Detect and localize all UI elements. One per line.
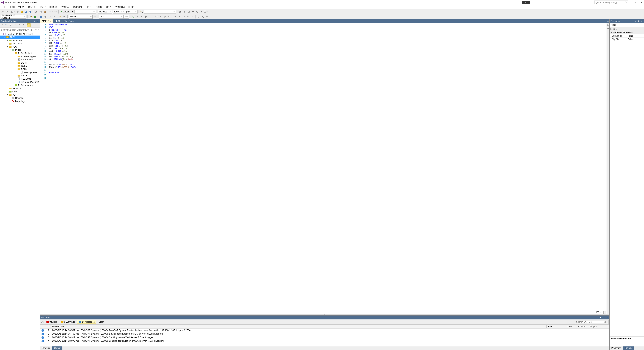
tree-item[interactable]: Devices (0, 96, 40, 99)
pin-icon[interactable] (637, 20, 640, 22)
tree-item[interactable]: MOTION (0, 42, 40, 45)
errors-filter[interactable]: ✕0 Errors (45, 320, 59, 324)
tree-item[interactable]: PlcTask (PlcTask) (0, 80, 40, 84)
tc-freerun[interactable] (48, 15, 52, 19)
step-return[interactable] (163, 15, 167, 19)
menu-window[interactable]: WINDOW (114, 6, 126, 9)
panel-dropdown-icon[interactable]: ▾ (634, 20, 636, 22)
save-button[interactable] (24, 10, 28, 14)
tree-item[interactable]: I/O (0, 93, 40, 96)
tc-btn-1[interactable] (178, 10, 182, 14)
menu-file[interactable]: FILE (1, 6, 8, 9)
tree-item[interactable]: PLC1 Instance (0, 84, 40, 87)
bp-delete[interactable] (186, 15, 190, 19)
tc-toggle[interactable] (62, 15, 66, 19)
tc-btn-3[interactable] (187, 10, 191, 14)
filter-icon[interactable] (41, 321, 43, 323)
tc-btn-5[interactable] (195, 10, 199, 14)
document-tab[interactable]: Start Page (62, 19, 76, 23)
instance-combo[interactable]: 1 (124, 15, 129, 19)
property-value[interactable]: False (627, 34, 644, 38)
build-combo[interactable]: Build 4022.25 (Loaded) (1, 15, 26, 19)
breakpoint-btn[interactable] (173, 15, 177, 19)
tc-run-mode[interactable] (44, 15, 47, 19)
menu-tools[interactable]: TOOLS (93, 6, 103, 9)
tc-btn-6[interactable] (200, 10, 204, 14)
home-icon[interactable] (1, 24, 4, 27)
platform-combo[interactable]: TwinCAT RT (x64) (113, 10, 138, 14)
property-category[interactable]: Software Protection (610, 31, 644, 34)
extra-btn-3[interactable] (205, 15, 209, 19)
error-search-input[interactable] (576, 321, 604, 323)
solution-tree[interactable]: Solution 'PLC1' (1 project) PLC1SYSTEMMO… (0, 32, 40, 350)
title-tab-dropdown[interactable] (522, 1, 530, 4)
column-header[interactable] (40, 325, 46, 328)
tc-scan[interactable] (58, 15, 62, 19)
tc-activate-icon[interactable] (29, 15, 33, 19)
tree-item[interactable]: Mappings (0, 99, 40, 103)
tree-item[interactable]: POUs (0, 68, 40, 71)
error-row[interactable]: i32023/2/6 16:14:36 912 ms | 'TwinCAT Sy… (40, 336, 610, 339)
zoom-icon[interactable] (603, 311, 606, 314)
tree-item[interactable]: PLC1 Project (0, 52, 40, 55)
add-item-button[interactable] (16, 10, 19, 14)
tc-btn-7[interactable] (204, 10, 208, 14)
menu-project[interactable]: PROJECT (25, 6, 38, 9)
pin-icon[interactable] (33, 20, 36, 22)
tc-config-mode[interactable] (39, 15, 43, 19)
menu-help[interactable]: HELP (127, 6, 135, 9)
panel-close-icon[interactable] (640, 20, 643, 22)
menu-edit[interactable]: EDIT (9, 6, 16, 9)
bottom-tab[interactable]: Output (52, 346, 62, 350)
tree-item[interactable]: PLC1 (0, 48, 40, 52)
column-header[interactable] (46, 325, 51, 328)
column-header[interactable]: Column (577, 325, 588, 328)
categorized-icon[interactable] (610, 28, 612, 30)
undo-button[interactable] (49, 10, 53, 14)
tree-item[interactable]: C++ (0, 90, 40, 93)
project-combo[interactable]: PLC1 (99, 15, 123, 19)
document-tab[interactable]: MAIN*✕ (40, 19, 53, 23)
bp-new[interactable] (178, 15, 182, 19)
save-all-button[interactable] (28, 10, 32, 14)
stop-button[interactable] (140, 15, 144, 19)
menu-view[interactable]: VIEW (17, 6, 25, 9)
tc-reload[interactable] (52, 15, 56, 19)
tc-restart-icon[interactable] (33, 15, 37, 19)
properties-grid[interactable]: Software Protection EncryptFileFalseSign… (610, 31, 644, 336)
paste-button[interactable] (43, 10, 47, 14)
side-btn-1[interactable] (607, 23, 610, 27)
minimize-button[interactable] (630, 1, 633, 4)
error-table[interactable]: DescriptionFileLineColumnProject i12023/… (40, 324, 610, 346)
menu-build[interactable]: BUILD (38, 6, 48, 9)
filter-dropdown[interactable]: ▾ (43, 321, 44, 323)
run-to-cursor[interactable] (167, 15, 171, 19)
property-value[interactable]: False (627, 38, 644, 41)
error-row[interactable]: i22023/2/6 16:14:36 708 ms | 'TwinCAT Sy… (40, 332, 610, 336)
maximize-button[interactable] (635, 1, 638, 4)
bp-disable[interactable] (190, 15, 194, 19)
bottom-tab[interactable]: Error List (40, 346, 52, 350)
column-header[interactable]: File (546, 325, 566, 328)
properties-icon[interactable] (22, 24, 26, 27)
column-header[interactable]: Project (588, 325, 610, 328)
menu-debug[interactable]: DEBUG (48, 6, 58, 9)
column-header[interactable]: Line (566, 325, 577, 328)
copy-button[interactable] (39, 10, 42, 14)
step-into[interactable] (150, 15, 154, 19)
tab-dropdown-icon[interactable]: ▾ (606, 21, 610, 23)
find-button[interactable] (140, 10, 144, 14)
document-tab[interactable]: PLC1 (53, 19, 62, 23)
menu-plc[interactable]: PLC (86, 6, 92, 9)
quick-launch-input[interactable] (596, 1, 625, 4)
properties-target[interactable]: PLC1 (610, 23, 644, 27)
target-combo[interactable]: <Local> (69, 15, 92, 19)
tree-item[interactable]: SYSTEM (0, 39, 40, 42)
tree-item[interactable]: GVLs (0, 64, 40, 68)
login-button[interactable] (131, 15, 135, 19)
new-project-button[interactable] (11, 10, 15, 14)
find-combo[interactable] (144, 10, 176, 14)
solution-search[interactable]: ▾ (0, 28, 40, 32)
extra-btn-1[interactable] (196, 15, 200, 19)
nav-forward-button[interactable] (5, 10, 9, 14)
